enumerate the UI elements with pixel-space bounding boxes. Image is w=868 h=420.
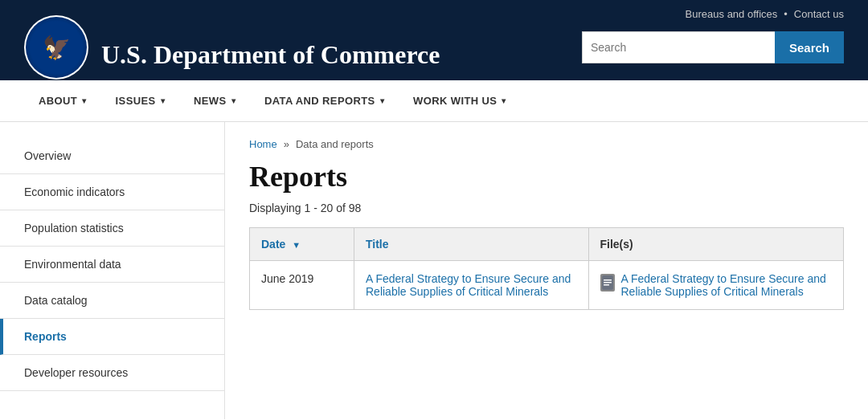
- col-date[interactable]: Date ▼: [250, 228, 354, 261]
- main-nav: ABOUT ▾ ISSUES ▾ NEWS ▾ DATA AND REPORTS…: [0, 80, 868, 122]
- col-files: File(s): [588, 228, 844, 261]
- sidebar-item-data-catalog[interactable]: Data catalog: [0, 283, 224, 319]
- nav-issues[interactable]: ISSUES ▾: [101, 80, 179, 121]
- about-chevron-icon: ▾: [82, 96, 86, 105]
- page-title: Reports: [249, 160, 844, 194]
- work-chevron-icon: ▾: [502, 96, 506, 105]
- nav-issues-label: ISSUES: [116, 95, 156, 107]
- site-title: U.S. Department of Commerce: [101, 40, 440, 70]
- sidebar-item-environmental-data[interactable]: Environmental data: [0, 247, 224, 283]
- svg-rect-1: [604, 279, 612, 281]
- main-container: Overview Economic indicators Population …: [0, 122, 868, 419]
- file-cell: A Federal Strategy to Ensure Secure and …: [600, 272, 833, 298]
- breadcrumb: Home » Data and reports: [249, 138, 844, 150]
- title-link[interactable]: A Federal Strategy to Ensure Secure and …: [366, 272, 571, 298]
- breadcrumb-current: Data and reports: [296, 138, 374, 150]
- nav-news[interactable]: NEWS ▾: [179, 80, 250, 121]
- breadcrumb-home[interactable]: Home: [249, 138, 277, 150]
- table-header-row: Date ▼ Title File(s): [250, 228, 844, 261]
- nav-data-reports-label: DATA AND REPORTS: [264, 95, 375, 107]
- logo-circle: 🦅: [24, 15, 88, 80]
- nav-work-with-us[interactable]: WORK WITH US ▾: [399, 80, 521, 121]
- dot-separator: •: [784, 8, 788, 20]
- display-count: Displaying 1 - 20 of 98: [249, 202, 844, 214]
- breadcrumb-separator: »: [284, 138, 289, 150]
- search-input[interactable]: [582, 31, 775, 63]
- svg-rect-2: [604, 282, 612, 283]
- sort-arrow-icon: ▼: [292, 240, 301, 250]
- issues-chevron-icon: ▾: [161, 96, 165, 105]
- col-files-label: File(s): [600, 238, 633, 251]
- data-reports-chevron-icon: ▾: [380, 96, 384, 105]
- search-button[interactable]: Search: [775, 31, 844, 63]
- table-row: June 2019 A Federal Strategy to Ensure S…: [250, 261, 844, 310]
- reports-table: Date ▼ Title File(s) June 2019 A Federal…: [249, 227, 844, 310]
- nav-data-and-reports[interactable]: DATA AND REPORTS ▾: [250, 80, 399, 121]
- sidebar: Overview Economic indicators Population …: [0, 122, 225, 419]
- content-area: Home » Data and reports Reports Displayi…: [225, 122, 868, 419]
- sidebar-item-economic-indicators[interactable]: Economic indicators: [0, 174, 224, 210]
- sidebar-item-developer-resources[interactable]: Developer resources: [0, 355, 224, 391]
- logo-inner: 🦅: [26, 17, 87, 78]
- sidebar-item-population-statistics[interactable]: Population statistics: [0, 210, 224, 247]
- svg-rect-3: [604, 284, 609, 286]
- cell-date: June 2019: [250, 261, 354, 310]
- svg-rect-0: [602, 275, 613, 290]
- nav-work-label: WORK WITH US: [413, 95, 497, 107]
- logo-area: 🦅 U.S. Department of Commerce: [24, 15, 440, 80]
- top-links: Bureaus and offices • Contact us: [686, 8, 844, 20]
- sidebar-item-overview[interactable]: Overview: [0, 138, 224, 174]
- eagle-icon: 🦅: [43, 35, 71, 61]
- col-title: Title: [354, 228, 589, 261]
- contact-us-link[interactable]: Contact us: [794, 8, 844, 20]
- sidebar-item-reports[interactable]: Reports: [0, 319, 224, 355]
- col-title-label: Title: [366, 238, 389, 251]
- nav-about-label: ABOUT: [39, 95, 77, 107]
- nav-about[interactable]: ABOUT ▾: [24, 80, 101, 121]
- file-document-icon: [600, 274, 615, 292]
- col-date-label: Date: [261, 238, 285, 251]
- cell-title: A Federal Strategy to Ensure Secure and …: [354, 261, 589, 310]
- bureaus-offices-link[interactable]: Bureaus and offices: [686, 8, 778, 20]
- nav-news-label: NEWS: [194, 95, 227, 107]
- file-link[interactable]: A Federal Strategy to Ensure Secure and …: [621, 272, 833, 298]
- news-chevron-icon: ▾: [231, 96, 235, 105]
- site-header: Bureaus and offices • Contact us 🦅 U.S. …: [0, 0, 868, 80]
- search-area: Search: [582, 31, 844, 63]
- cell-files: A Federal Strategy to Ensure Secure and …: [588, 261, 844, 310]
